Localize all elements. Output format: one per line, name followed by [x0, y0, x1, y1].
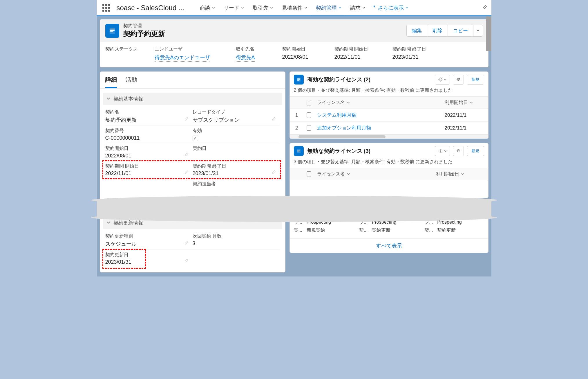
hf-enduser-link[interactable]: 得意先Aのエンドユーザ [155, 54, 210, 62]
hf-account-label: 取引先名 [236, 46, 271, 52]
pencil-icon[interactable] [272, 169, 276, 175]
delete-button[interactable]: 削除 [427, 25, 448, 37]
f-nextm-value: 3 [193, 240, 280, 247]
pencil-icon[interactable] [184, 240, 189, 246]
object-label: 契約管理 [123, 23, 165, 29]
chevron-down-icon [406, 6, 408, 9]
chevron-down-icon[interactable] [347, 172, 350, 177]
nav-more-label: さらに表示 [378, 4, 404, 11]
f-number-label: 契約番号 [105, 128, 193, 134]
opp-field-key: 契... [424, 227, 435, 233]
new-button[interactable]: 新規 [467, 146, 484, 156]
chevron-down-icon [106, 220, 111, 226]
refresh-button[interactable] [453, 146, 464, 156]
license-link[interactable]: 追加オプション利用月額 [317, 125, 371, 131]
f-start-value: 2022/08/01 [105, 153, 193, 159]
f-pend-label: 契約期間 終了日 [193, 163, 280, 169]
view-all-link[interactable]: すべて表示 [290, 238, 488, 253]
edit-nav-icon[interactable] [482, 4, 488, 11]
hf-pend-value: 2023/01/31 [392, 54, 426, 60]
row-index: 1 [290, 109, 304, 121]
related-inactive-licenses: 無効な契約ライセンス (3) 新規 3 個の項目・並び替 [290, 143, 489, 198]
f-renewdate-value: 2023/01/31 [105, 259, 193, 265]
col-start-label: 利用開始日 [436, 171, 459, 177]
chevron-down-icon[interactable] [470, 100, 473, 105]
f-owner-label: 契約担当者 [193, 181, 280, 187]
hf-start-value: 2022/08/01 [282, 54, 323, 60]
section-basic-head[interactable]: 契約基本情報 [103, 93, 282, 105]
chevron-down-icon [304, 6, 307, 9]
nav-item[interactable]: 見積条件 [278, 0, 311, 16]
row-checkbox[interactable] [307, 112, 311, 118]
chevron-down-icon [106, 96, 111, 102]
chevron-down-icon [212, 6, 215, 9]
nav-item[interactable]: 商談 [196, 0, 219, 16]
nav-item[interactable]: リード [220, 0, 248, 16]
more-actions-button[interactable] [473, 25, 483, 37]
opp-field: 契...契約更新 [359, 227, 419, 234]
top-nav: soasc - SalesCloud ... 商談リード取引先見積条件契約管理請… [97, 0, 491, 16]
f-rtype-label: レコードタイプ [193, 109, 280, 115]
nav-item-label: 商談 [200, 4, 210, 11]
related-subtitle: 3 個の項目・並び替え基準: 月額・検索条件: 有効・数秒前 に更新されました [290, 159, 488, 168]
f-pend-value: 2023/01/31 [193, 170, 280, 177]
related-title[interactable]: 無効な契約ライセンス (3) [307, 147, 371, 155]
opp-field-value: 新規契約 [307, 227, 325, 233]
clone-button[interactable]: コピー [448, 25, 473, 37]
scrollbar-vertical[interactable] [486, 16, 491, 51]
nav-item[interactable]: 契約管理 [312, 0, 345, 16]
license-start: 2022/11/1 [442, 109, 488, 121]
opp-field-value: 契約更新 [372, 227, 390, 233]
detail-card: 詳細 活動 契約基本情報 契約名 契約予約更新 [100, 71, 285, 272]
scrollbar-horizontal[interactable] [290, 134, 488, 139]
gear-button[interactable] [435, 75, 450, 85]
hf-enduser-label: エンドユーザ [155, 46, 224, 52]
row-checkbox[interactable] [307, 125, 311, 131]
pencil-icon[interactable] [184, 258, 189, 264]
related-subtitle: 2 個の項目・並び替え基準: 月額・検索条件: 有効・数秒前 に更新されました [290, 87, 488, 96]
hf-start-label: 契約開始日 [282, 46, 323, 52]
hf-account-link[interactable]: 得意先A [236, 54, 255, 62]
gear-icon [438, 149, 443, 153]
table-row: 1システム利用月額2022/11/1 [290, 109, 488, 122]
chevron-down-icon [241, 6, 244, 9]
related-title[interactable]: 有効な契約ライセンス (2) [307, 76, 371, 83]
license-start: 2022/11/1 [442, 122, 488, 134]
gear-button[interactable] [435, 146, 450, 156]
f-rtype-value: サブスクリプション [193, 116, 280, 123]
tab-activity[interactable]: 活動 [126, 76, 137, 88]
svg-point-2 [440, 79, 441, 80]
chevron-down-icon [444, 78, 447, 81]
pencil-icon[interactable] [272, 116, 276, 122]
app-launcher-icon[interactable] [100, 2, 112, 14]
new-button[interactable]: 新規 [467, 75, 484, 85]
record-icon [294, 146, 304, 156]
app-title: soasc - SalesCloud ... [117, 4, 184, 12]
section-basic-title: 契約基本情報 [113, 96, 143, 102]
nav-item[interactable]: 請求 [346, 0, 369, 16]
edit-button[interactable]: 編集 [406, 25, 427, 37]
f-pstart-label: 契約期間 開始日 [105, 163, 193, 169]
f-name-label: 契約名 [105, 109, 193, 115]
nav-more[interactable]: さらに表示 [369, 0, 412, 16]
refresh-button[interactable] [453, 75, 464, 85]
opp-field: 契...契約更新 [424, 227, 484, 234]
hf-pstart-label: 契約期間 開始日 [334, 46, 381, 52]
chevron-down-icon[interactable] [347, 100, 350, 105]
tab-detail[interactable]: 詳細 [105, 76, 117, 88]
nav-item-label: リード [224, 4, 239, 11]
f-nextm-label: 次回契約 月数 [193, 233, 280, 239]
chevron-down-icon[interactable] [461, 172, 464, 177]
select-all-checkbox[interactable] [307, 100, 311, 105]
nav-item[interactable]: 取引先 [249, 0, 277, 16]
license-link[interactable]: システム利用月額 [317, 112, 357, 118]
f-renewtype-value: スケジュール [105, 240, 193, 247]
pencil-icon[interactable] [184, 116, 189, 122]
chevron-down-icon [362, 6, 365, 9]
select-all-checkbox[interactable] [307, 171, 311, 177]
svg-point-4 [440, 150, 441, 152]
pencil-icon[interactable] [184, 169, 189, 175]
pencil-icon[interactable] [184, 152, 189, 158]
col-start-label: 利用開始日 [445, 100, 468, 106]
f-cdate-label: 契約日 [193, 146, 280, 152]
